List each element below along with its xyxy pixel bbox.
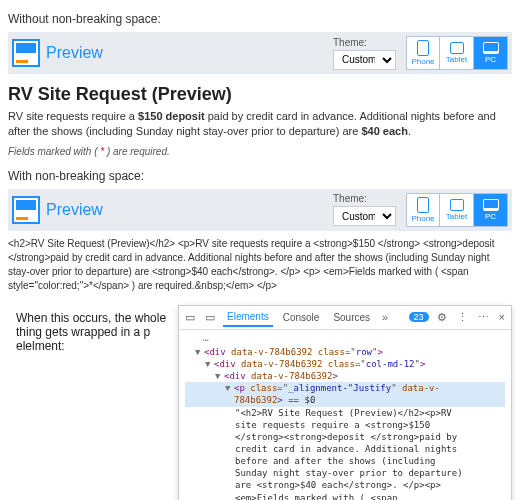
theme-label: Theme: [333, 37, 367, 48]
theme-label: Theme: [333, 193, 367, 204]
preview-label: Preview [46, 44, 327, 62]
gear-icon[interactable]: ⚙ [435, 311, 449, 324]
tab-sources[interactable]: Sources [329, 309, 374, 326]
device-pc-button[interactable]: PC [474, 193, 508, 227]
devtools-quoted-text: "<h2>RV Site Request (Preview)</h2><p>RV… [235, 407, 465, 500]
preview-label: Preview [46, 201, 327, 219]
rendered-body: RV site requests require a $150 deposit … [8, 109, 512, 140]
device-phone-button[interactable]: Phone [406, 36, 440, 70]
device-toggle-icon[interactable]: ▭ [203, 311, 217, 324]
theme-select[interactable]: Custom [333, 206, 396, 226]
section2-label: With non-breaking space: [8, 169, 512, 183]
preview-bar-1: Preview Theme: Custom Phone Tablet PC [8, 32, 512, 74]
device-buttons: Phone Tablet PC [406, 36, 508, 70]
tab-elements[interactable]: Elements [223, 308, 273, 327]
more-tabs-icon[interactable]: » [380, 311, 390, 323]
devtools-panel: ▭ ▭ Elements Console Sources » 23 ⚙ ⋮ ⋯ … [178, 305, 512, 500]
section1-label: Without non-breaking space: [8, 12, 512, 26]
devtools-tabs: ▭ ▭ Elements Console Sources » 23 ⚙ ⋮ ⋯ … [179, 306, 511, 330]
preview-icon [12, 39, 40, 67]
devtools-dom-tree[interactable]: ⋯ ▼<div data-v-784b6392 class="row"> ▼<d… [179, 330, 511, 500]
theme-block: Theme: Custom [333, 37, 396, 70]
close-icon[interactable]: × [497, 311, 507, 323]
device-phone-button[interactable]: Phone [406, 193, 440, 227]
rendered-heading: RV Site Request (Preview) [8, 84, 512, 105]
theme-select[interactable]: Custom [333, 50, 396, 70]
tab-console[interactable]: Console [279, 309, 324, 326]
kebab-icon[interactable]: ⋮ [455, 311, 470, 324]
escaped-html-output: <h2>RV Site Request (Preview)</h2> <p>RV… [8, 237, 512, 293]
preview-icon [12, 196, 40, 224]
inspect-icon[interactable]: ▭ [183, 311, 197, 324]
preview-bar-2: Preview Theme: Custom Phone Tablet PC [8, 189, 512, 231]
theme-block: Theme: Custom [333, 193, 396, 226]
rendered-fields-note: Fields marked with ( * ) are required. [8, 146, 512, 157]
issues-badge[interactable]: 23 [409, 312, 429, 322]
device-tablet-button[interactable]: Tablet [440, 193, 474, 227]
device-tablet-button[interactable]: Tablet [440, 36, 474, 70]
wrap-note: When this occurs, the whole thing gets w… [8, 305, 168, 353]
device-pc-button[interactable]: PC [474, 36, 508, 70]
more-icon[interactable]: ⋯ [476, 311, 491, 324]
device-buttons: Phone Tablet PC [406, 193, 508, 227]
